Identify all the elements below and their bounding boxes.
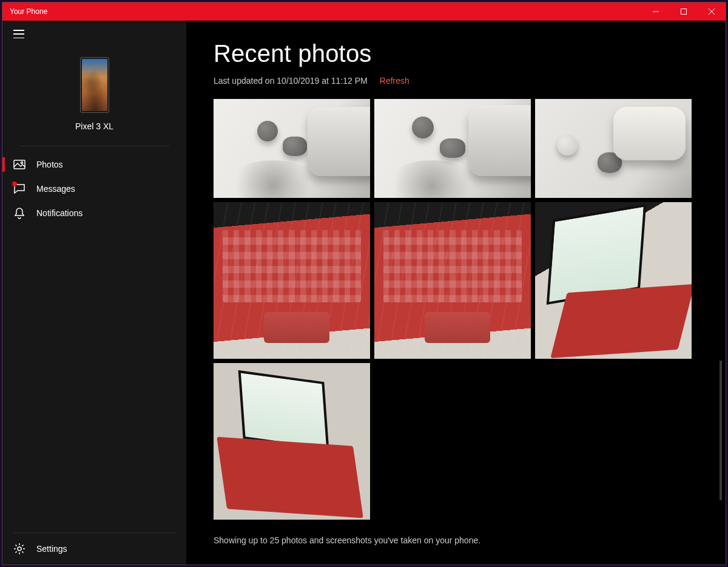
page-title: Recent photos <box>214 40 699 67</box>
photo-thumbnail[interactable] <box>374 99 531 198</box>
nav-item-photos[interactable]: Photos <box>2 152 186 177</box>
close-button[interactable] <box>698 2 726 21</box>
bell-icon <box>13 207 25 219</box>
gear-icon <box>13 543 25 555</box>
device-panel: Pixel 3 XL <box>2 47 186 140</box>
minimize-button[interactable] <box>642 2 670 21</box>
minimize-icon <box>652 8 659 15</box>
photo-grid <box>214 99 699 520</box>
sidebar: Pixel 3 XL Photos Messages <box>2 21 187 565</box>
photo-thumbnail[interactable] <box>374 202 531 359</box>
hamburger-button[interactable] <box>2 21 186 47</box>
svg-point-6 <box>18 547 21 551</box>
update-row: Last updated on 10/10/2019 at 11:12 PM R… <box>214 76 699 86</box>
nav-list: Photos Messages Notifications <box>2 149 186 225</box>
nav-label: Photos <box>36 160 63 169</box>
maximize-icon <box>680 8 687 15</box>
scrollbar[interactable] <box>720 361 722 500</box>
svg-point-5 <box>21 162 23 164</box>
titlebar: Your Phone <box>2 2 726 21</box>
device-name: Pixel 3 XL <box>75 121 113 131</box>
hamburger-icon <box>13 30 24 38</box>
photo-thumbnail[interactable] <box>535 99 692 198</box>
nav-label: Messages <box>36 184 75 194</box>
device-thumbnail[interactable] <box>80 57 109 113</box>
nav-label: Notifications <box>36 208 83 218</box>
maximize-button[interactable] <box>670 2 698 21</box>
photo-thumbnail[interactable] <box>214 202 370 359</box>
footer-text: Showing up to 25 photos and screenshots … <box>214 535 480 545</box>
photo-thumbnail[interactable] <box>214 99 370 198</box>
photo-thumbnail[interactable] <box>214 363 370 520</box>
settings-label: Settings <box>36 544 67 554</box>
nav-item-notifications[interactable]: Notifications <box>2 201 186 225</box>
nav-item-messages[interactable]: Messages <box>2 177 186 201</box>
messages-icon <box>13 183 25 195</box>
nav-item-settings[interactable]: Settings <box>2 533 186 565</box>
photo-thumbnail[interactable] <box>535 202 692 359</box>
app-window: Your Phone Pixel 3 XL <box>2 2 726 565</box>
close-icon <box>708 8 715 15</box>
main-content: Recent photos Last updated on 10/10/2019… <box>187 21 726 565</box>
notification-badge <box>12 182 17 186</box>
svg-rect-1 <box>681 9 687 15</box>
titlebar-title: Your Phone <box>10 7 47 16</box>
last-updated-text: Last updated on 10/10/2019 at 11:12 PM <box>214 76 368 86</box>
photos-icon <box>13 158 25 171</box>
refresh-link[interactable]: Refresh <box>380 76 410 86</box>
divider <box>19 146 169 146</box>
